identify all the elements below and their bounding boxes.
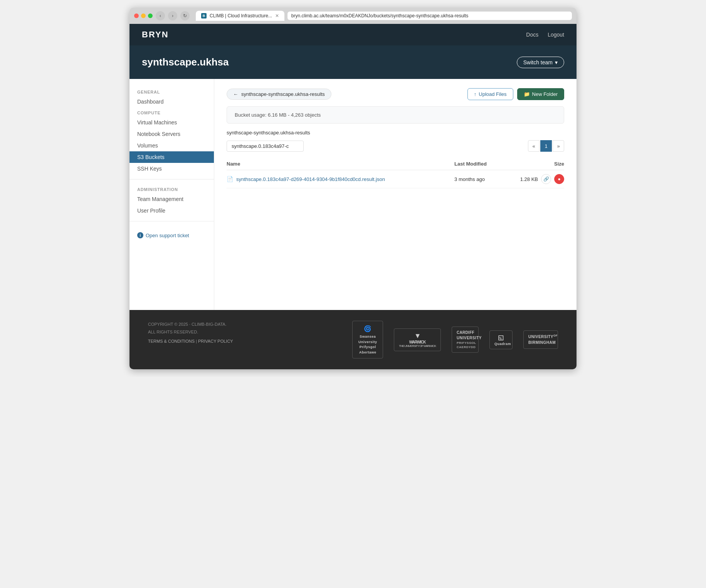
file-icon: 📄 [227,176,233,182]
filter-row: « 1 » [227,140,564,152]
sidebar: GENERAL Dashboard COMPUTE Virtual Machin… [129,79,214,310]
path-badge[interactable]: ← synthscape-synthscape.ukhsa-results [227,89,331,100]
bucket-usage-text: Bucket usage: 6.16 MB - 4,263 objects [235,112,321,118]
page-content: ← synthscape-synthscape.ukhsa-results ↑ … [214,79,577,310]
sidebar-team-mgmt-label: Team Management [137,196,183,202]
filter-input[interactable] [227,141,304,152]
reload-button[interactable]: ↻ [180,11,190,20]
col-header-name: Name [227,158,454,170]
browser-toolbar: ‹ › ↻ B CLIMB | Cloud Infrastructure... … [129,8,577,24]
support-label: Open support ticket [146,233,189,238]
main-content: GENERAL Dashboard COMPUTE Virtual Machin… [129,79,577,310]
tab-close-icon[interactable]: ✕ [275,13,279,18]
quadram-logo: ◱ Quadram [489,330,513,349]
docs-link[interactable]: Docs [526,32,538,38]
swansea-logo: 🌀 Swansea University Prifysgol Abertawe [352,321,383,358]
footer-copyright: COPYRIGHT © 2025 · CLIMB-BIG-DATA. [148,321,233,328]
sidebar-vms-label: Virtual Machines [137,119,177,126]
cardiff-logo: CARDIFF UNIVERSITY PRIFYSGOLCAERDYDD [452,327,479,353]
file-link-button[interactable]: 🔗 [541,174,551,184]
footer-rights: ALL RIGHTS RESERVED. [148,328,233,336]
birmingham-logo: UNIVERSITYOF BIRMINGHAM [523,330,558,349]
upload-icon: ↑ [474,91,477,97]
team-header: synthscape.ukhsa Switch team ▾ [129,45,577,79]
file-delete-button[interactable]: ● [554,174,564,184]
sidebar-support-link[interactable]: i Open support ticket [129,226,214,245]
col-header-last-modified: Last Modified [454,158,501,170]
close-dot[interactable] [134,13,139,18]
team-name: synthscape.ukhsa [142,56,229,68]
sidebar-item-user-profile[interactable]: User Profile [129,205,214,216]
path-bar: ← synthscape-synthscape.ukhsa-results ↑ … [227,88,564,100]
logout-link[interactable]: Logout [548,32,564,38]
forward-button[interactable]: › [168,11,177,20]
sidebar-dashboard-label: Dashboard [137,99,164,105]
sidebar-item-virtual-machines[interactable]: Virtual Machines [129,117,214,128]
sidebar-item-ssh-keys[interactable]: SSH Keys [129,163,214,174]
sidebar-compute-label: COMPUTE [129,107,214,117]
sidebar-admin-label: ADMINISTRATION [129,184,214,193]
terms-link[interactable]: TERMS & CONDITIONS [148,339,195,343]
sidebar-ssh-label: SSH Keys [137,166,162,172]
sidebar-divider-2 [129,221,214,221]
upload-files-label: Upload Files [479,91,506,97]
switch-team-button[interactable]: Switch team ▾ [517,57,564,68]
app-wrapper: BRYN Docs Logout synthscape.ukhsa Switch… [129,24,577,369]
footer-left: COPYRIGHT © 2025 · CLIMB-BIG-DATA. ALL R… [148,321,233,345]
back-arrow-icon: ← [233,91,238,97]
minimize-dot[interactable] [141,13,146,18]
pagination-page-1-button[interactable]: 1 [540,140,552,152]
action-buttons: ↑ Upload Files 📁 New Folder [467,88,564,100]
file-size-cell: 1.28 KB 🔗 ● [501,170,564,188]
file-table: Name Last Modified Size 📄 synthscape.0.1… [227,158,564,188]
tab-title: CLIMB | Cloud Infrastructure... [210,13,272,18]
address-bar[interactable]: bryn.climb.ac.uk/teams/m0xDEAKDNJo/bucke… [287,12,572,20]
nav-links: Docs Logout [526,32,564,38]
top-nav: BRYN Docs Logout [129,24,577,45]
new-folder-button[interactable]: 📁 New Folder [517,88,564,100]
upload-files-button[interactable]: ↑ Upload Files [467,88,513,100]
file-name-cell: 📄 synthscape.0.183c4a97-d269-4014-9304-9… [227,170,454,188]
sidebar-item-dashboard[interactable]: Dashboard [129,96,214,107]
pagination-next-button[interactable]: » [553,140,564,152]
sidebar-volumes-label: Volumes [137,142,158,149]
footer: COPYRIGHT © 2025 · CLIMB-BIG-DATA. ALL R… [129,310,577,369]
sidebar-divider [129,179,214,179]
switch-team-chevron-icon: ▾ [555,59,558,65]
col-header-size: Size [501,158,564,170]
file-size: 1.28 KB [520,176,538,182]
sidebar-general-label: GENERAL [129,87,214,96]
warwick-logo: ▼ WARWICK THE UNIVERSITY OF WARWICK [394,328,441,351]
footer-logos: 🌀 Swansea University Prifysgol Abertawe … [352,321,558,358]
back-button[interactable]: ‹ [156,11,165,20]
sidebar-notebooks-label: Notebook Servers [137,131,180,137]
sidebar-user-profile-label: User Profile [137,208,165,214]
sidebar-item-team-management[interactable]: Team Management [129,193,214,205]
browser-window: ‹ › ↻ B CLIMB | Cloud Infrastructure... … [129,8,577,369]
breadcrumb: synthscape-synthscape.ukhsa-results [227,130,564,136]
file-last-modified: 3 months ago [454,170,501,188]
table-row: 📄 synthscape.0.183c4a97-d269-4014-9304-9… [227,170,564,188]
file-name-link[interactable]: synthscape.0.183c4a97-d269-4014-9304-9b1… [236,176,385,182]
info-icon: i [137,232,143,238]
maximize-dot[interactable] [148,13,153,18]
sidebar-item-notebook-servers[interactable]: Notebook Servers [129,128,214,140]
brand-logo: BRYN [142,30,169,40]
bucket-info: Bucket usage: 6.16 MB - 4,263 objects [227,106,564,124]
path-label: synthscape-synthscape.ukhsa-results [241,91,325,97]
pagination: « 1 » [528,140,564,152]
sidebar-s3-label: S3 Buckets [137,154,165,160]
folder-plus-icon: 📁 [524,91,530,97]
switch-team-label: Switch team [523,59,553,65]
tab-favicon: B [201,13,207,18]
sidebar-item-s3-buckets[interactable]: S3 Buckets [129,151,214,163]
pagination-prev-button[interactable]: « [528,140,540,152]
sidebar-item-volumes[interactable]: Volumes [129,140,214,151]
new-folder-label: New Folder [532,91,558,97]
url-text: bryn.climb.ac.uk/teams/m0xDEAKDNJo/bucke… [291,13,469,18]
privacy-link[interactable]: PRIVACY POLICY [198,339,233,343]
browser-dots [134,13,153,18]
browser-tab[interactable]: B CLIMB | Cloud Infrastructure... ✕ [196,11,284,21]
